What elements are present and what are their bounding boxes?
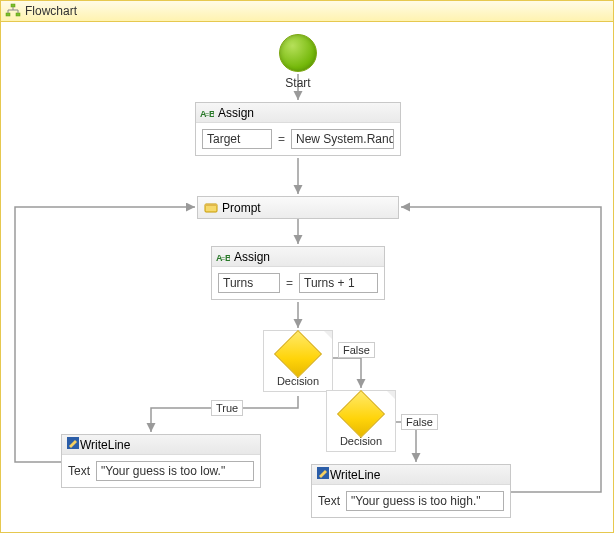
start-node[interactable] xyxy=(279,34,317,72)
assign-to-field[interactable]: Turns xyxy=(218,273,280,293)
writeline-title: WriteLine xyxy=(80,438,130,452)
assign-body: Target = New System.Rando xyxy=(196,123,400,155)
assign-header: A=B Assign xyxy=(196,103,400,123)
assign-title: Assign xyxy=(218,106,254,120)
svg-text:B: B xyxy=(225,253,230,263)
diamond-icon xyxy=(337,390,385,438)
equals-sign: = xyxy=(278,132,285,146)
assign-title: Assign xyxy=(234,250,270,264)
writeline-text-field[interactable]: "Your guess is too low." xyxy=(96,461,254,481)
assign-body: Turns = Turns + 1 xyxy=(212,267,384,299)
writeline-title: WriteLine xyxy=(330,468,380,482)
decision-node-1[interactable]: Decision xyxy=(263,330,333,392)
prompt-title: Prompt xyxy=(222,201,261,215)
prompt-activity[interactable]: Prompt xyxy=(197,196,399,219)
writeline-body: Text "Your guess is too high." xyxy=(312,485,510,517)
flowchart-icon xyxy=(5,3,21,19)
decision-node-2[interactable]: Decision xyxy=(326,390,396,452)
writeline-activity-low[interactable]: WriteLine Text "Your guess is too low." xyxy=(61,434,261,488)
assign-icon: A=B xyxy=(216,251,230,263)
assign-activity-turns[interactable]: A=B Assign Turns = Turns + 1 xyxy=(211,246,385,300)
svg-rect-11 xyxy=(205,204,217,206)
workflow-title-bar: Flowchart xyxy=(0,0,614,22)
svg-rect-0 xyxy=(11,4,15,7)
prompt-icon xyxy=(204,201,218,215)
diamond-icon xyxy=(274,330,322,378)
assign-value-field[interactable]: Turns + 1 xyxy=(299,273,378,293)
svg-rect-2 xyxy=(16,13,20,16)
assign-to-field[interactable]: Target xyxy=(202,129,272,149)
writeline-icon xyxy=(316,466,330,483)
assign-header: A=B Assign xyxy=(212,247,384,267)
text-label: Text xyxy=(68,464,90,478)
assign-icon: A=B xyxy=(200,107,214,119)
fold-icon xyxy=(387,391,395,399)
start-label: Start xyxy=(279,76,317,90)
branch-label-false: False xyxy=(401,414,438,430)
assign-activity-target[interactable]: A=B Assign Target = New System.Rando xyxy=(195,102,401,156)
flowchart-canvas[interactable]: Start A=B Assign Target = New System.Ran… xyxy=(0,22,614,533)
text-label: Text xyxy=(318,494,340,508)
writeline-header: WriteLine xyxy=(62,435,260,455)
svg-rect-1 xyxy=(6,13,10,16)
equals-sign: = xyxy=(286,276,293,290)
svg-text:B: B xyxy=(209,109,214,119)
branch-label-true: True xyxy=(211,400,243,416)
writeline-icon xyxy=(66,436,80,453)
assign-value-field[interactable]: New System.Rando xyxy=(291,129,394,149)
writeline-header: WriteLine xyxy=(312,465,510,485)
branch-label-false: False xyxy=(338,342,375,358)
workflow-title: Flowchart xyxy=(25,4,77,18)
writeline-activity-high[interactable]: WriteLine Text "Your guess is too high." xyxy=(311,464,511,518)
writeline-text-field[interactable]: "Your guess is too high." xyxy=(346,491,504,511)
writeline-body: Text "Your guess is too low." xyxy=(62,455,260,487)
fold-icon xyxy=(324,331,332,339)
